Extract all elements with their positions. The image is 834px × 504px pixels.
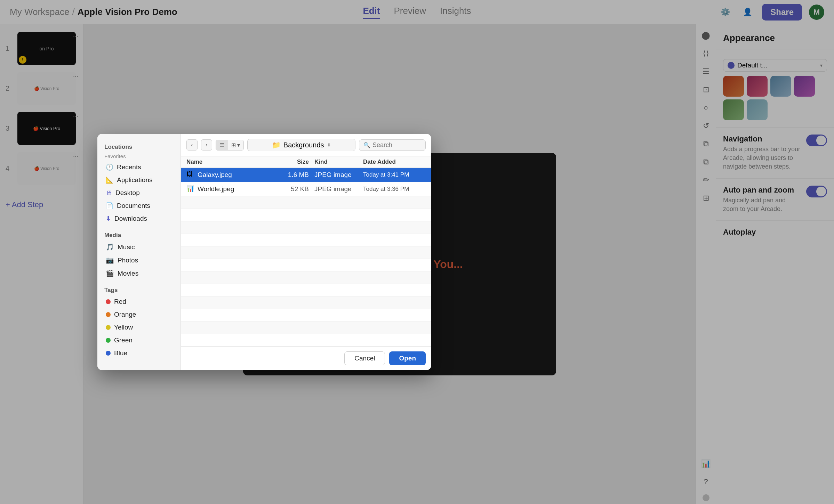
grid-view-button[interactable]: ⊞ ▾ (228, 140, 243, 150)
desktop-icon: 🖥 (106, 189, 112, 197)
sidebar-item-movies[interactable]: 🎬 Movies (99, 267, 179, 280)
tag-red-label: Red (114, 298, 126, 306)
sidebar-item-documents[interactable]: 📄 Documents (99, 200, 179, 212)
movies-icon: 🎬 (106, 269, 114, 277)
open-button[interactable]: Open (389, 351, 426, 365)
file-icon: 🖼 (186, 171, 195, 179)
blue-dot (106, 351, 111, 356)
column-date-added: Date Added (363, 158, 426, 165)
empty-row (181, 246, 431, 259)
sidebar-item-photos[interactable]: 📷 Photos (99, 254, 179, 267)
file-row[interactable]: 📊 Worldle.jpeg 52 KB JPEG image Today at… (181, 182, 431, 196)
empty-row (181, 209, 431, 221)
locations-label: Locations (97, 141, 181, 152)
photos-icon: 📷 (106, 256, 114, 264)
column-name: Name (186, 158, 280, 165)
media-label: Media (97, 229, 181, 240)
file-table-header: Name Size Kind Date Added (181, 156, 431, 168)
empty-row (181, 271, 431, 284)
tags-label: Tags (97, 284, 181, 295)
empty-row (181, 259, 431, 271)
sidebar-item-downloads[interactable]: ⬇ Downloads (99, 212, 179, 225)
orange-dot (106, 312, 111, 317)
photos-label: Photos (118, 257, 138, 264)
yellow-dot (106, 325, 111, 330)
downloads-icon: ⬇ (106, 215, 111, 222)
file-picker-dialog: Locations Favorites 🕐 Recents 📐 Applicat… (97, 134, 431, 370)
sidebar-item-desktop[interactable]: 🖥 Desktop (99, 187, 179, 199)
file-size: 52 KB (280, 185, 314, 193)
list-view-button[interactable]: ☰ (216, 140, 228, 150)
folder-icon: 📁 (272, 141, 281, 149)
file-size: 1.6 MB (280, 171, 314, 179)
file-table: Name Size Kind Date Added 🖼 Galaxy.jpeg … (181, 156, 431, 346)
chevron-updown-icon: ⬍ (327, 142, 331, 148)
file-name: Galaxy.jpeg (198, 171, 280, 179)
downloads-label: Downloads (114, 215, 147, 222)
desktop-label: Desktop (115, 189, 140, 197)
sidebar-item-applications[interactable]: 📐 Applications (99, 174, 179, 186)
view-toggle: ☰ ⊞ ▾ (216, 140, 244, 151)
recents-label: Recents (117, 163, 141, 171)
empty-row (181, 284, 431, 296)
file-kind: JPEG image (314, 185, 363, 193)
empty-row (181, 221, 431, 234)
tag-yellow-label: Yellow (114, 324, 133, 331)
music-label: Music (118, 243, 135, 251)
sidebar-item-music[interactable]: 🎵 Music (99, 241, 179, 253)
dialog-toolbar: ‹ › ☰ ⊞ ▾ 📁 Backgrounds ⬍ 🔍 (181, 134, 431, 156)
tag-green-label: Green (114, 336, 133, 344)
file-icon: 📊 (186, 185, 195, 193)
current-folder-name: Backgrounds (283, 141, 324, 149)
file-kind: JPEG image (314, 171, 363, 179)
column-kind: Kind (314, 158, 363, 165)
file-row[interactable]: 🖼 Galaxy.jpeg 1.6 MB JPEG image Today at… (181, 168, 431, 182)
cancel-button[interactable]: Cancel (344, 351, 385, 365)
empty-row (181, 196, 431, 209)
sidebar-item-tag-green[interactable]: Green (99, 334, 179, 347)
file-dialog-overlay: Locations Favorites 🕐 Recents 📐 Applicat… (0, 0, 834, 504)
dialog-sidebar: Locations Favorites 🕐 Recents 📐 Applicat… (97, 134, 181, 370)
movies-label: Movies (118, 270, 138, 277)
red-dot (106, 299, 111, 304)
dialog-main: ‹ › ☰ ⊞ ▾ 📁 Backgrounds ⬍ 🔍 Nam (181, 134, 431, 370)
dialog-footer: Cancel Open (181, 346, 431, 370)
sidebar-item-tag-blue[interactable]: Blue (99, 347, 179, 359)
location-selector[interactable]: 📁 Backgrounds ⬍ (247, 139, 355, 151)
documents-label: Documents (117, 202, 150, 210)
empty-row (181, 309, 431, 322)
column-size: Size (280, 158, 314, 165)
file-date: Today at 3:41 PM (363, 171, 426, 178)
sidebar-item-tag-orange[interactable]: Orange (99, 308, 179, 321)
empty-row (181, 234, 431, 246)
search-icon: 🔍 (363, 142, 370, 148)
empty-row (181, 296, 431, 309)
tag-blue-label: Blue (114, 349, 127, 357)
forward-button[interactable]: › (201, 139, 212, 151)
sidebar-item-recents[interactable]: 🕐 Recents (99, 161, 179, 173)
back-button[interactable]: ‹ (186, 139, 198, 151)
tag-orange-label: Orange (114, 311, 136, 318)
file-name: Worldle.jpeg (198, 185, 280, 193)
empty-row (181, 334, 431, 346)
search-input[interactable] (372, 141, 421, 149)
sidebar-item-tag-yellow[interactable]: Yellow (99, 321, 179, 334)
file-date: Today at 3:36 PM (363, 186, 426, 193)
applications-label: Applications (117, 176, 152, 184)
empty-row (181, 322, 431, 334)
recents-icon: 🕐 (106, 163, 113, 171)
music-icon: 🎵 (106, 243, 114, 251)
favorites-label: Favorites (97, 152, 181, 161)
green-dot (106, 338, 111, 343)
documents-icon: 📄 (106, 202, 113, 210)
search-box[interactable]: 🔍 (359, 139, 426, 151)
sidebar-item-tag-red[interactable]: Red (99, 295, 179, 308)
applications-icon: 📐 (106, 176, 113, 184)
